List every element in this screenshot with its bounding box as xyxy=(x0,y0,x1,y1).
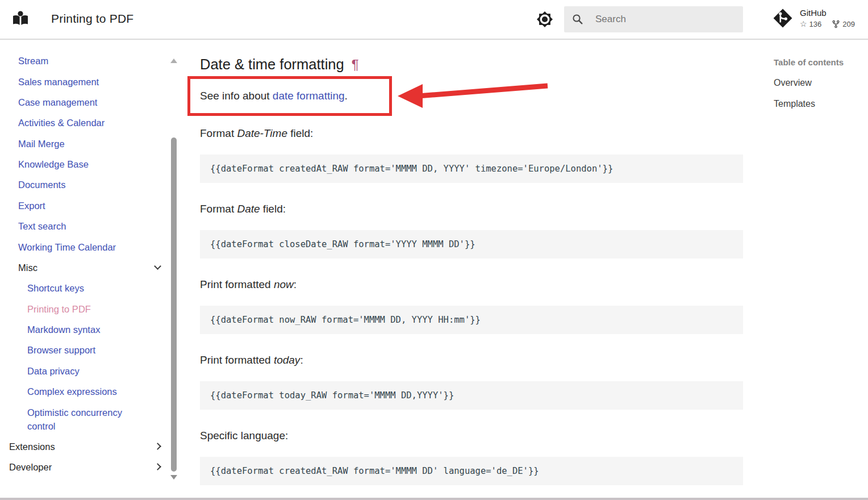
sidebar-item-documents[interactable]: Documents xyxy=(0,174,187,195)
sidebar-item-activities-calendar[interactable]: Activities & Calendar xyxy=(0,113,187,133)
star-count: 136 xyxy=(809,20,822,28)
sidebar-item-data-privacy[interactable]: Data privacy xyxy=(0,361,187,381)
label-suffix: : xyxy=(300,354,303,366)
label-suffix: : xyxy=(294,278,297,290)
sidebar-scroll-up-arrow[interactable] xyxy=(170,59,177,63)
sidebar-item-complex-expressions[interactable]: Complex expressions xyxy=(0,381,187,402)
toc-item-overview[interactable]: Overview xyxy=(774,77,868,89)
git-icon xyxy=(773,8,793,28)
code-block: {{dateFormat closeDate_RAW format='YYYY … xyxy=(200,230,743,259)
code-block: {{dateFormat today_RAW format='MMMM DD,Y… xyxy=(200,381,743,410)
code-block: {{dateFormat createdAt_RAW format='MMMM … xyxy=(200,457,743,485)
code-block: {{dateFormat createdAt_RAW format='MMMM … xyxy=(200,155,743,183)
intro-suffix: . xyxy=(345,90,348,102)
label-text: Specific language xyxy=(200,430,285,441)
toc-item-templates[interactable]: Templates xyxy=(774,98,868,110)
code-block: {{dateFormat now_RAW format='MMMM DD, YY… xyxy=(200,306,743,334)
sidebar-item-knowledge-base[interactable]: Knowledge Base xyxy=(0,154,187,174)
intro-prefix: See info about xyxy=(200,90,273,102)
sidebar-item-case-management[interactable]: Case management xyxy=(0,92,187,113)
search-bar xyxy=(564,6,743,32)
repo-name: GitHub xyxy=(800,8,855,18)
section-label: Format Date-Time field: xyxy=(200,126,761,141)
fork-icon xyxy=(832,20,840,28)
footer-top-edge xyxy=(0,498,868,500)
top-header: Printing to PDF GitHub xyxy=(0,0,868,40)
label-suffix: field: xyxy=(287,127,313,139)
primary-nav: Stream Sales management Case management … xyxy=(0,40,187,498)
sidebar-item-browser-support[interactable]: Browser support xyxy=(0,340,187,360)
label-text: Print formatted xyxy=(200,354,274,366)
sidebar-item-export[interactable]: Export xyxy=(0,195,187,216)
section-heading: Date & time formatting¶ xyxy=(200,55,761,74)
label-em: Date-Time xyxy=(237,127,287,139)
search-input[interactable] xyxy=(595,14,736,25)
red-annotation-arrow xyxy=(397,75,550,109)
sidebar-item-shortcut-keys[interactable]: Shortcut keys xyxy=(0,278,187,298)
chevron-down-icon xyxy=(154,262,161,270)
article-content: Date & time formatting¶ See info about d… xyxy=(187,40,761,498)
date-formatting-link[interactable]: date formatting xyxy=(273,90,345,102)
label-suffix: field: xyxy=(260,203,286,215)
section-label: Specific language: xyxy=(200,428,761,443)
sidebar-scroll-down-arrow[interactable] xyxy=(170,475,177,480)
github-repo-link[interactable]: GitHub ☆ 136 209 xyxy=(773,8,855,28)
theme-palette-toggle-icon[interactable] xyxy=(535,9,555,30)
label-em: Date xyxy=(237,203,260,215)
red-annotation-rectangle: See info about date formatting. xyxy=(187,76,392,116)
label-em: today xyxy=(274,354,300,366)
sidebar-section-misc-label: Misc xyxy=(18,262,37,273)
section-heading-text: Date & time formatting xyxy=(200,56,344,72)
chevron-right-icon xyxy=(154,443,161,450)
label-suffix: : xyxy=(285,430,288,441)
repo-stats: ☆ 136 209 xyxy=(800,20,855,28)
sidebar-item-text-search[interactable]: Text search xyxy=(0,216,187,236)
label-em: now xyxy=(274,278,294,290)
site-logo-book-reader-icon[interactable] xyxy=(11,10,30,28)
sidebar-section-developer-label: Developer xyxy=(9,462,52,472)
table-of-contents: Table of contents Overview Templates xyxy=(762,40,868,110)
sidebar-section-misc[interactable]: Misc xyxy=(0,257,187,278)
label-text: Print formatted xyxy=(200,278,274,290)
label-text: Format xyxy=(200,127,237,139)
toc-title: Table of contents xyxy=(774,57,868,68)
search-icon xyxy=(572,14,583,25)
sidebar-section-extensions-label: Extensions xyxy=(9,441,55,452)
section-label: Format Date field: xyxy=(200,201,761,216)
sidebar-section-developer[interactable]: Developer xyxy=(0,457,187,477)
page-title[interactable]: Printing to PDF xyxy=(51,12,133,26)
sidebar-item-optimistic-concurrency-control[interactable]: Optimistic concurrency control xyxy=(0,402,187,436)
sidebar-item-mail-merge[interactable]: Mail Merge xyxy=(0,134,187,154)
app-window: Printing to PDF GitHub xyxy=(0,0,868,500)
section-label: Print formatted today: xyxy=(200,352,761,368)
sidebar-item-working-time-calendar[interactable]: Working Time Calendar xyxy=(0,236,187,257)
heading-anchor-link[interactable]: ¶ xyxy=(352,57,359,72)
section-label: Print formatted now: xyxy=(200,277,761,292)
label-text: Format xyxy=(200,203,237,215)
star-icon: ☆ xyxy=(800,20,807,28)
chevron-right-icon xyxy=(154,463,161,470)
sidebar-scrollbar-thumb[interactable] xyxy=(171,138,177,472)
sidebar-item-sales-management[interactable]: Sales management xyxy=(0,71,187,91)
sidebar-section-extensions[interactable]: Extensions xyxy=(0,436,187,457)
sidebar-item-stream[interactable]: Stream xyxy=(0,51,187,71)
fork-count: 209 xyxy=(842,20,855,28)
intro-paragraph: See info about date formatting. xyxy=(190,79,389,102)
sidebar-item-printing-to-pdf[interactable]: Printing to PDF xyxy=(0,299,187,319)
sidebar-item-markdown-syntax[interactable]: Markdown syntax xyxy=(0,319,187,340)
